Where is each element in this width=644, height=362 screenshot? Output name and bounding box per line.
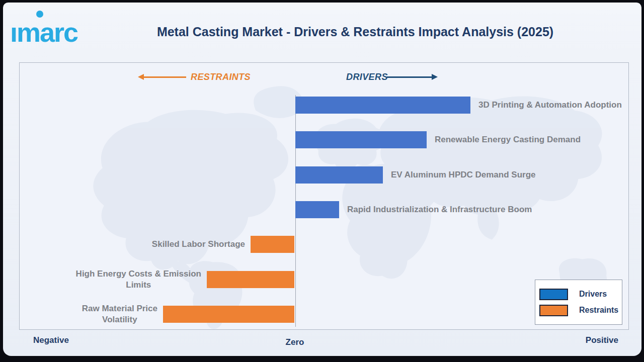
- restraints-swatch-icon: [539, 305, 568, 316]
- drivers-arrow-icon: [387, 74, 438, 80]
- driver-bar: [295, 201, 339, 218]
- axis-label-negative: Negative: [33, 335, 69, 345]
- drivers-header: DRIVERS: [346, 72, 388, 82]
- axis-label-zero: Zero: [275, 337, 315, 347]
- restraint-row: Raw Material Price Volatility: [82, 306, 294, 323]
- legend-item-restraints: Restraints: [539, 302, 622, 318]
- restraint-bar: [207, 271, 294, 288]
- bar-label: Renewable Energy Casting Demand: [435, 134, 581, 145]
- restraint-row: High Energy Costs & Emission Limits: [76, 271, 294, 288]
- restraints-arrow-icon: [138, 74, 186, 80]
- bar-label: Raw Material Price Volatility: [82, 303, 157, 325]
- page-title: Metal Casting Market - Drivers & Restrai…: [94, 25, 617, 39]
- driver-bar: [295, 131, 427, 148]
- restraints-header: RESTRAINTS: [191, 72, 251, 82]
- legend-item-drivers: Drivers: [539, 286, 622, 302]
- logo-wordmark: ımarc: [10, 19, 77, 46]
- axis-label-positive: Positive: [586, 335, 618, 345]
- driver-bar: [295, 97, 470, 114]
- bar-label: High Energy Costs & Emission Limits: [76, 268, 201, 291]
- drivers-swatch-icon: [539, 289, 568, 300]
- slide: ımarc Metal Casting Market - Drivers & R…: [3, 3, 641, 356]
- driver-row: Rapid Industrialization & Infrastructure…: [295, 201, 532, 218]
- legend-label: Drivers: [579, 290, 607, 299]
- driver-bar: [295, 166, 383, 184]
- bar-label: Rapid Industrialization & Infrastructure…: [347, 204, 532, 215]
- driver-row: 3D Printing & Automation Adoption: [295, 97, 622, 114]
- bar-label: Skilled Labor Shortage: [152, 239, 245, 250]
- bar-label: EV Aluminum HPDC Demand Surge: [391, 169, 535, 180]
- driver-row: EV Aluminum HPDC Demand Surge: [295, 166, 535, 184]
- restraint-bar: [251, 236, 294, 253]
- legend: Drivers Restraints: [535, 280, 622, 325]
- bar-label: 3D Printing & Automation Adoption: [478, 100, 622, 111]
- logo-dot-icon: [36, 11, 43, 18]
- legend-label: Restraints: [579, 306, 618, 315]
- restraint-row: Skilled Labor Shortage: [152, 236, 294, 253]
- driver-row: Renewable Energy Casting Demand: [295, 131, 581, 148]
- restraint-bar: [163, 306, 294, 323]
